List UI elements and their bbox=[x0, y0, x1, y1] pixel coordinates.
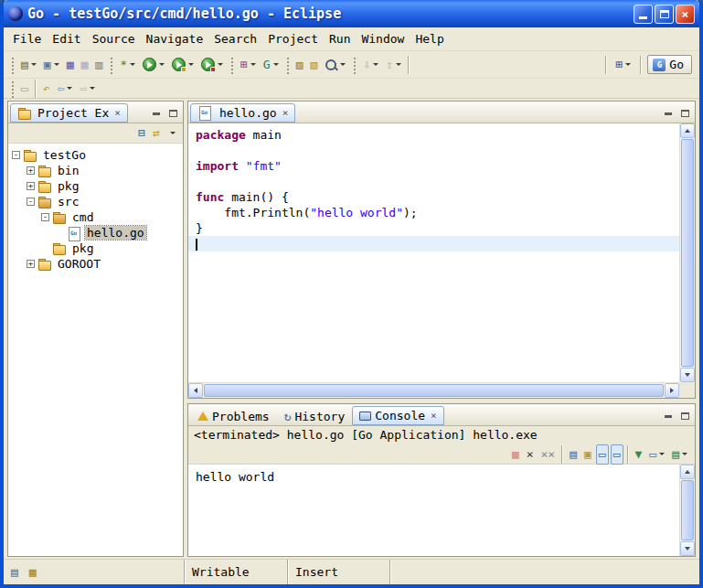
tab-problems[interactable]: Problems bbox=[190, 406, 277, 425]
new-go-element-icon[interactable]: ▣ bbox=[41, 55, 62, 75]
remove-all-launches-icon[interactable]: ×× bbox=[538, 444, 559, 465]
menu-file[interactable]: File bbox=[7, 29, 47, 48]
close-button[interactable]: × bbox=[676, 5, 695, 24]
link-with-editor-icon[interactable]: ⇄ bbox=[150, 123, 163, 144]
show-stderr-icon[interactable]: ▭ bbox=[611, 444, 623, 465]
tab-project-explorer[interactable]: Project Ex × bbox=[10, 103, 128, 123]
run-icon[interactable] bbox=[140, 55, 167, 75]
debug-icon[interactable]: * bbox=[117, 55, 138, 75]
maximize-view-icon[interactable] bbox=[676, 106, 693, 121]
expander-icon[interactable]: + bbox=[27, 260, 35, 268]
close-icon[interactable]: × bbox=[431, 410, 437, 422]
new-go-project-icon[interactable]: ⊞ bbox=[238, 55, 259, 75]
minimize-button[interactable] bbox=[634, 5, 653, 24]
scroll-lock-icon[interactable]: ▣ bbox=[581, 444, 594, 465]
minimize-view-icon[interactable] bbox=[148, 106, 165, 121]
code-line[interactable] bbox=[188, 143, 679, 158]
expander-icon[interactable]: + bbox=[27, 182, 35, 190]
expander-icon[interactable]: - bbox=[12, 151, 20, 159]
open-console-icon[interactable]: ▤ bbox=[669, 444, 690, 465]
menu-run[interactable]: Run bbox=[324, 29, 356, 48]
expander-icon[interactable]: + bbox=[27, 166, 35, 175]
view-menu-icon[interactable] bbox=[165, 123, 178, 144]
editor-vertical-scrollbar[interactable] bbox=[679, 123, 695, 382]
open-resource-icon[interactable]: ▧ bbox=[307, 55, 320, 75]
editor-horizontal-scrollbar[interactable] bbox=[188, 382, 679, 398]
scroll-right-button[interactable] bbox=[665, 383, 679, 398]
menu-edit[interactable]: Edit bbox=[47, 29, 86, 48]
last-edit-location-icon[interactable]: ↶ bbox=[40, 79, 53, 99]
tree-item-pkg[interactable]: pkg bbox=[8, 241, 183, 256]
save-all-icon[interactable]: ▦ bbox=[78, 55, 91, 75]
tree-item-src[interactable]: -src bbox=[8, 194, 183, 209]
code-line[interactable]: import "fmt" bbox=[188, 158, 679, 174]
display-console-icon[interactable]: ▭ bbox=[646, 444, 667, 465]
collapse-all-icon[interactable]: ⊟ bbox=[135, 123, 148, 144]
scroll-up-button[interactable] bbox=[680, 465, 695, 479]
search-icon[interactable] bbox=[322, 55, 348, 75]
show-stdout-icon[interactable]: ▭ bbox=[596, 444, 609, 465]
tab-history[interactable]: ↻History bbox=[277, 406, 353, 425]
code-editor[interactable]: package mainimport "fmt"func main() { fm… bbox=[188, 123, 679, 382]
menu-search[interactable]: Search bbox=[208, 29, 262, 48]
launch-trim-icon[interactable]: ▦ bbox=[29, 565, 37, 579]
clear-console-icon[interactable]: ▤ bbox=[567, 444, 580, 465]
tree-item-testgo[interactable]: -testGo bbox=[8, 147, 183, 163]
tree-item-bin[interactable]: +bin bbox=[8, 163, 183, 178]
code-line[interactable] bbox=[188, 236, 679, 251]
console-output[interactable]: hello world bbox=[188, 465, 679, 556]
tree-item-pkg[interactable]: +pkg bbox=[8, 178, 183, 194]
scrollbar-thumb[interactable] bbox=[681, 139, 694, 367]
tree-item-goroot[interactable]: +GOROOT bbox=[8, 256, 183, 272]
external-tools-icon[interactable] bbox=[198, 55, 226, 75]
menu-navigate[interactable]: Navigate bbox=[141, 29, 209, 48]
profile-icon[interactable] bbox=[169, 55, 197, 75]
code-line[interactable]: fmt.Println("hello world"); bbox=[188, 205, 679, 220]
open-type-icon[interactable]: ▨ bbox=[293, 55, 306, 75]
scroll-down-button[interactable] bbox=[680, 541, 695, 556]
code-line[interactable]: func main() { bbox=[188, 189, 679, 205]
save-icon[interactable]: ▦ bbox=[64, 55, 77, 75]
tab-console[interactable]: Console× bbox=[352, 406, 443, 425]
code-line[interactable]: package main bbox=[188, 127, 679, 143]
code-line[interactable] bbox=[188, 174, 679, 189]
pin-console-icon[interactable]: ▼ bbox=[633, 444, 645, 465]
open-perspective-icon[interactable]: ⊞ bbox=[613, 55, 634, 75]
tab-hello-go[interactable]: hello.go × bbox=[190, 103, 295, 123]
maximize-button[interactable] bbox=[655, 5, 674, 24]
next-annotation-icon[interactable]: ⇩ bbox=[360, 55, 381, 75]
scrollbar-thumb[interactable] bbox=[204, 384, 664, 397]
menu-help[interactable]: Help bbox=[410, 29, 449, 48]
pin-editor-icon[interactable]: ▭ bbox=[18, 79, 31, 99]
menu-window[interactable]: Window bbox=[356, 29, 410, 48]
menu-source[interactable]: Source bbox=[87, 29, 141, 48]
scrollbar-thumb[interactable] bbox=[681, 480, 694, 540]
minimize-view-icon[interactable] bbox=[660, 106, 676, 121]
goclipse-wizard-icon[interactable]: G bbox=[261, 55, 282, 75]
terminate-icon[interactable]: ■ bbox=[509, 444, 522, 465]
titlebar[interactable]: Go - testGo/src/cmd/hello.go - Eclipse × bbox=[4, 0, 699, 27]
close-icon[interactable]: × bbox=[282, 107, 289, 119]
scroll-left-button[interactable] bbox=[188, 383, 203, 398]
scroll-down-button[interactable] bbox=[680, 368, 695, 382]
tree-item-cmd[interactable]: -cmd bbox=[8, 209, 183, 225]
scroll-up-button[interactable] bbox=[680, 123, 695, 138]
minimize-view-icon[interactable] bbox=[660, 409, 676, 423]
close-icon[interactable]: × bbox=[114, 107, 121, 119]
forward-icon[interactable]: ⇨ bbox=[77, 79, 98, 99]
expander-icon[interactable]: - bbox=[27, 198, 35, 206]
back-icon[interactable]: ⇦ bbox=[55, 79, 76, 99]
expander-icon[interactable]: - bbox=[41, 213, 49, 221]
console-vertical-scrollbar[interactable] bbox=[679, 465, 695, 556]
tree-item-hello-go[interactable]: hello.go bbox=[8, 225, 183, 241]
maximize-view-icon[interactable] bbox=[676, 409, 693, 423]
fast-view-icon[interactable]: ▤ bbox=[11, 565, 18, 579]
print-icon[interactable]: ▥ bbox=[92, 55, 105, 75]
go-perspective-button[interactable]: G Go bbox=[647, 55, 692, 74]
new-wizard-icon[interactable]: ▤ bbox=[18, 55, 39, 75]
remove-launch-icon[interactable]: × bbox=[524, 444, 537, 465]
prev-annotation-icon[interactable]: ⇧ bbox=[383, 55, 404, 75]
menu-project[interactable]: Project bbox=[262, 29, 324, 48]
maximize-view-icon[interactable] bbox=[165, 106, 181, 121]
code-line[interactable]: } bbox=[188, 220, 679, 236]
